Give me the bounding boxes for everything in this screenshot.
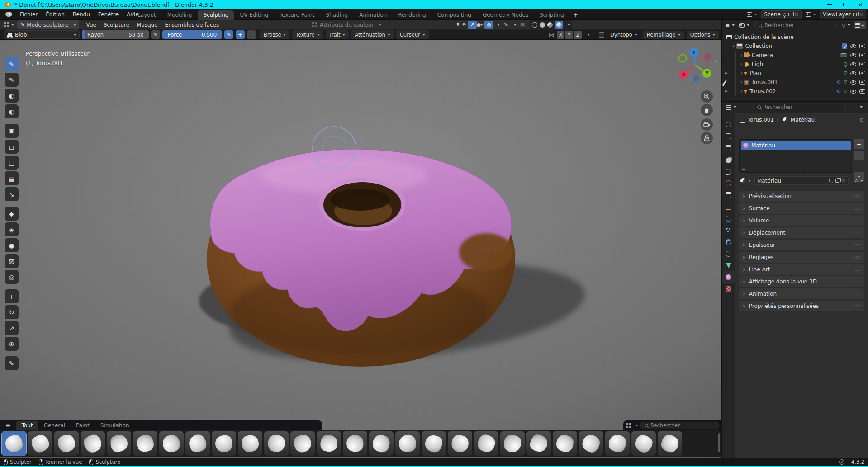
menu-item-1[interactable]: Édition <box>42 11 69 18</box>
radius-pressure-button[interactable]: ✎ <box>151 30 160 39</box>
workspace-tab-5[interactable]: Shading <box>320 10 353 20</box>
properties-tab-texture[interactable] <box>722 283 735 295</box>
sculpt-tool-box-trim[interactable]: ▦ <box>5 171 19 185</box>
panel-8[interactable]: ›Animation∷∷ <box>739 288 864 299</box>
properties-tab-render[interactable] <box>722 130 735 142</box>
sculpt-tool-multires[interactable]: ◐ <box>5 104 19 118</box>
gizmo-neg-x-axis[interactable] <box>704 54 711 61</box>
breadcrumb-object[interactable]: Torus.001 <box>748 117 774 123</box>
panel-1[interactable]: ›Surface∷∷ <box>739 203 864 214</box>
render-visibility-icon[interactable] <box>859 53 865 57</box>
panel-0[interactable]: ›Prévisualisation∷∷ <box>739 191 864 202</box>
material-name-field[interactable]: Matériau × <box>754 176 849 185</box>
outliner-row-plan[interactable]: ›▼Plan▽ <box>740 69 868 78</box>
brush-thumbnail[interactable] <box>605 431 630 456</box>
browse-material-button[interactable] <box>739 177 752 185</box>
sculpt-tool-smooth[interactable]: ◐ <box>5 89 19 103</box>
remove-slot-button[interactable]: − <box>854 151 864 160</box>
properties-search-input[interactable] <box>763 104 813 110</box>
menu-item-2[interactable]: Rendu <box>69 11 94 18</box>
nodetree-button[interactable]: ∴ <box>854 177 864 185</box>
outliner-display-mode[interactable]: ≡ <box>724 21 736 29</box>
shelf-search[interactable] <box>640 422 719 429</box>
expand-chevron[interactable]: › <box>740 52 743 58</box>
shelf-menu-icon[interactable]: ≡ <box>0 422 16 429</box>
mesh-data-icon[interactable]: ▽ <box>844 80 847 85</box>
perspective-toggle-button[interactable] <box>701 132 713 144</box>
panel-grip[interactable]: ∷∷ <box>854 304 861 309</box>
brush-thumbnail[interactable] <box>474 431 498 456</box>
panel-grip[interactable]: ∷∷ <box>854 231 861 236</box>
direction-subtract-button[interactable]: − <box>247 30 256 39</box>
shelf-tab-0[interactable]: Tout <box>16 421 38 430</box>
outliner-search[interactable] <box>754 22 837 29</box>
panel-9[interactable]: ›Propriétés personnalisées∷∷ <box>739 301 864 311</box>
camera-view-button[interactable] <box>701 118 713 131</box>
brush-thumbnail[interactable] <box>290 431 315 456</box>
brush-thumbnail[interactable] <box>526 431 551 456</box>
eye-icon[interactable] <box>850 90 856 94</box>
brush-thumbnail[interactable] <box>631 431 656 456</box>
workspace-tab-9[interactable]: Geometry Nodes <box>477 10 534 20</box>
panel-grip[interactable]: ∷∷ <box>854 194 861 199</box>
radius-slider[interactable]: Rayon 50 px <box>82 30 149 39</box>
properties-tab-view-layer[interactable] <box>722 154 735 165</box>
menu-item-0[interactable]: Fichier <box>16 11 42 18</box>
brush-panel-dropdown-1[interactable]: Texture <box>292 30 323 39</box>
outliner-row-torus.001[interactable]: ›▼Torus.001⚙▽ <box>740 78 868 87</box>
render-visibility-icon[interactable] <box>859 44 865 48</box>
remesh-dropdown[interactable]: Remaillage <box>643 31 684 39</box>
xray-toggle[interactable]: ▣ <box>518 21 527 29</box>
dyntopo-checkbox[interactable] <box>599 32 604 38</box>
workspace-tab-8[interactable]: Compositing <box>432 10 477 20</box>
brush-thumbnail[interactable] <box>159 431 184 456</box>
workspace-tab-10[interactable]: Scripting <box>534 10 569 20</box>
workspace-tab-2[interactable]: Sculpting <box>198 10 234 20</box>
eye-icon[interactable] <box>850 53 856 57</box>
shelf-tab-1[interactable]: General <box>38 421 71 430</box>
close-icon[interactable]: × <box>859 12 863 17</box>
slot-list-expand[interactable]: ► <box>742 167 745 171</box>
copy-icon[interactable] <box>788 13 792 16</box>
properties-tab-output[interactable] <box>722 142 735 154</box>
brush-thumbnail[interactable] <box>317 431 341 456</box>
outliner-search-input[interactable] <box>764 22 814 28</box>
copy-icon[interactable] <box>853 13 857 16</box>
eye-icon[interactable] <box>850 71 856 75</box>
panel-grip[interactable]: ∷∷ <box>854 267 861 272</box>
modifier-icon[interactable]: ⚙ <box>837 89 841 94</box>
properties-tab-object[interactable] <box>722 201 735 212</box>
expand-chevron[interactable]: › <box>730 45 737 47</box>
new-collection-button[interactable]: + <box>854 21 866 29</box>
eye-icon[interactable] <box>850 62 856 66</box>
sculpt-tool-transform[interactable]: ⊕ <box>5 337 19 351</box>
workspace-tab-3[interactable]: UV Editing <box>234 10 274 20</box>
symmetry-axis-x[interactable]: X <box>557 31 564 39</box>
eye-icon[interactable] <box>850 44 856 48</box>
expand-chevron[interactable]: › <box>740 61 743 67</box>
properties-search[interactable] <box>753 104 846 111</box>
workspace-tab-6[interactable]: Animation <box>354 10 392 20</box>
camera-data-badge[interactable] <box>840 53 847 57</box>
sculpt-tool-cloth-filter[interactable]: ◈ <box>5 222 19 236</box>
mesh-data-icon[interactable]: ▽ <box>844 89 847 94</box>
sculpt-tool-line-project[interactable]: ↘ <box>5 187 19 201</box>
workspace-tab-4[interactable]: Texture Paint <box>274 10 320 20</box>
expand-chevron[interactable]: › <box>740 70 743 76</box>
brush-thumbnail[interactable] <box>107 431 131 456</box>
pin-icon[interactable] <box>860 118 863 122</box>
brush-thumbnail[interactable] <box>185 431 210 456</box>
properties-editor-type[interactable] <box>724 103 738 111</box>
panel-grip[interactable]: ∷∷ <box>854 255 861 260</box>
brush-thumbnail[interactable] <box>133 431 157 456</box>
brush-thumbnail[interactable] <box>448 431 472 456</box>
outliner-filter-button[interactable]: ▽ <box>840 21 852 29</box>
collection-checkbox[interactable] <box>842 43 847 49</box>
viewlayer-name-field[interactable]: ViewLayer × <box>820 10 866 19</box>
sculpt-tool-scale[interactable]: ↗ <box>5 321 19 335</box>
mesh-data-icon[interactable]: ▽ <box>844 71 847 75</box>
pan-button[interactable] <box>701 104 713 116</box>
slot-list-grip[interactable]: ∷∷ <box>794 166 801 171</box>
strength-pressure-button[interactable]: ✎ <box>224 30 233 39</box>
brush-thumbnail[interactable] <box>28 431 52 456</box>
